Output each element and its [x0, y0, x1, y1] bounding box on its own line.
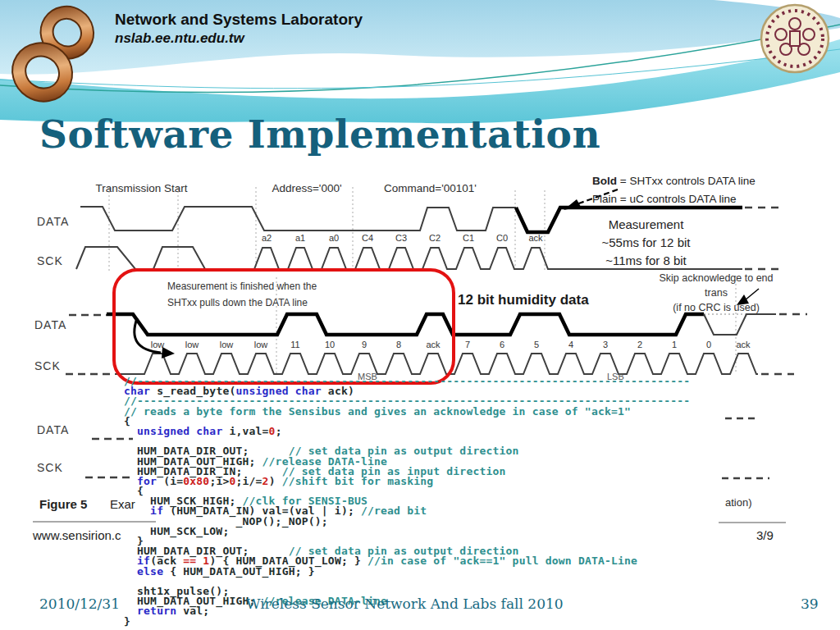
skip-ack-note: Skip acknowledge to end trans (if no CRC… [646, 271, 786, 315]
highlight-box [112, 268, 455, 385]
legend-bold-rest: = SHTxx controls DATA line [617, 175, 756, 187]
bit-label: C3 [387, 233, 415, 243]
humidity-data-label: 12 bit humidity data [458, 292, 589, 308]
label-command: Command='00101' [379, 182, 482, 194]
bit-label: ack [522, 233, 550, 243]
bit-label: C4 [354, 233, 381, 243]
ntu-seal-logo [760, 3, 830, 74]
data-label-row1: DATA [37, 215, 69, 228]
code-line: for (i=0x80;i>0;i/=2) //shift bit for ma… [124, 477, 690, 486]
page-title: Software Implementation [39, 112, 600, 157]
slide: Network and Systems Laboratory nslab.ee.… [0, 0, 840, 630]
lab-url: nslab.ee.ntu.edu.tw [115, 30, 363, 47]
bit-label: 7 [454, 340, 482, 349]
bit-label: 1 [660, 340, 688, 349]
lab-name: Network and Systems Laboratory [115, 11, 363, 29]
measurement-line1: Measurement [574, 216, 718, 234]
bit-label: 0 [695, 340, 723, 349]
code-line: HUM_SCK_LOW; [124, 527, 690, 536]
sck-label-row1: SCK [37, 254, 63, 267]
measurement-line3: ~11ms for 8 bit [574, 252, 718, 270]
source-code: //--------------------------------------… [124, 377, 690, 627]
bit-label: C2 [421, 233, 449, 243]
footer-course: Wireless Sensor Network And Labs fall 20… [246, 596, 564, 612]
bit-label: C0 [488, 233, 516, 243]
sck-label-row2: SCK [34, 359, 61, 372]
bit-label: C1 [454, 233, 482, 243]
bit-label: a0 [320, 233, 348, 243]
bit-label: 6 [488, 340, 516, 349]
label-address: Address='000' [261, 182, 353, 194]
code-line: unsigned char i,val=0; [124, 427, 690, 436]
legend-plain: Plain = uC controls DATA line [592, 193, 736, 205]
website-text: www.sensirion.c [33, 528, 121, 542]
sck-label-row3: SCK [37, 461, 63, 474]
truncated-right-text: ation) [725, 496, 752, 509]
measurement-line2: ~55ms for 12 bit [574, 234, 718, 252]
bit-label: 3 [591, 340, 619, 349]
footer-date: 2010/12/31 [39, 596, 120, 612]
nslab-logo [5, 2, 103, 104]
datasheet-page-ref: 3/9 [756, 528, 774, 542]
skip-line2: (if no CRC is used) [646, 300, 786, 315]
code-line: // reads a byte form the Sensibus and gi… [124, 407, 690, 417]
header-text: Network and Systems Laboratory nslab.ee.… [115, 11, 363, 47]
legend-bold: Bold = SHTxx controls DATA line [592, 175, 756, 187]
bit-label: 2 [626, 340, 654, 349]
bit-label: 5 [523, 340, 550, 349]
measurement-note: Measurement ~55ms for 12 bit ~11ms for 8… [574, 216, 718, 270]
skip-line1: Skip acknowledge to end trans [646, 271, 786, 300]
code-line: else { HUM_DATA_OUT_HIGH; } [124, 567, 690, 577]
data-label-row2: DATA [34, 318, 66, 331]
bit-label: a1 [286, 233, 314, 243]
legend-bold-term: Bold [592, 175, 617, 187]
bit-label: 4 [557, 340, 585, 349]
code-line: } [124, 617, 690, 627]
bit-label: a2 [253, 233, 281, 243]
data-label-row3: DATA [37, 423, 69, 436]
footer-page-number: 39 [801, 596, 819, 612]
label-transmission-start: Transmission Start [90, 182, 193, 194]
figure-caption-number: Figure 5 [39, 497, 87, 511]
bit-label: ack [729, 340, 757, 349]
